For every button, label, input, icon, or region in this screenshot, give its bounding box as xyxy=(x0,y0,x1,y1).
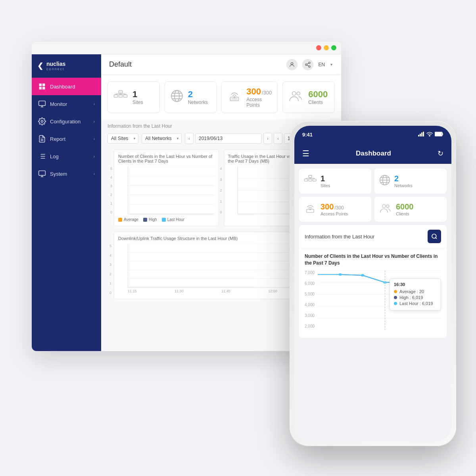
date-prev-button[interactable]: ‹ xyxy=(185,133,194,144)
svg-rect-0 xyxy=(39,84,42,86)
language-selector[interactable]: EN xyxy=(318,62,325,67)
logo-sub: connect xyxy=(46,67,65,71)
svg-rect-70 xyxy=(304,179,307,181)
minimize-button[interactable] xyxy=(324,45,329,50)
phone-chart-card: Number of Clients in the Last Hour vs Nu… xyxy=(299,248,447,338)
sites-icon xyxy=(113,90,128,104)
sidebar-item-system[interactable]: System › xyxy=(32,165,101,182)
share-icon[interactable] xyxy=(302,59,313,70)
svg-rect-72 xyxy=(313,179,316,181)
networks-select[interactable]: All Networks xyxy=(142,133,182,144)
ap-secondary: /300 xyxy=(262,90,272,96)
sidebar-item-label-report: Report xyxy=(50,136,65,142)
svg-rect-64 xyxy=(423,132,424,136)
log-icon xyxy=(38,152,46,160)
svg-point-22 xyxy=(309,65,310,67)
sidebar-item-log[interactable]: Log › xyxy=(32,148,101,165)
svg-rect-69 xyxy=(309,175,312,177)
sites-select[interactable]: All Sites xyxy=(107,133,138,144)
logo-name: nuclias xyxy=(46,61,65,67)
clients-label: Clients xyxy=(308,100,328,105)
stat-card-access-points: 300 /300 Access Points xyxy=(221,81,278,113)
user-icon[interactable] xyxy=(286,59,298,70)
phone-networks-value: 2 xyxy=(394,174,442,183)
sidebar-item-label-log: Log xyxy=(50,154,59,159)
lang-chevron: ▼ xyxy=(330,63,333,67)
phone-clients-label: Clients xyxy=(396,211,442,216)
main-header: Default EN ▼ xyxy=(101,54,341,75)
phone-nav-bar: ☰ Dashboard ↻ xyxy=(294,143,451,164)
clients-icon xyxy=(288,90,303,104)
phone-chart-tooltip: 16:30 Average : 20 High : 6,019 xyxy=(390,278,441,311)
sidebar-item-monitor[interactable]: Monitor › xyxy=(32,95,101,113)
phone-info-title: Information from the Last Hour xyxy=(305,234,374,240)
phone-outer: 9:41 xyxy=(290,121,456,446)
phone-stat-clients: 6000 Clients xyxy=(374,197,447,222)
phone-sites-icon xyxy=(304,175,317,187)
window-controls xyxy=(316,45,336,50)
date-input[interactable] xyxy=(195,133,262,144)
phone-content: 1 Sites xyxy=(294,164,451,441)
sidebar-item-dashboard[interactable]: Dashboard xyxy=(32,78,101,95)
tooltip-average: Average : 20 xyxy=(394,289,437,294)
chevron-right-icon-5: › xyxy=(94,172,95,176)
chevron-right-icon: › xyxy=(94,102,95,106)
phone-info-header: Information from the Last Hour xyxy=(299,225,447,248)
clients-value: 6000 xyxy=(308,89,328,100)
stat-info-ap: 300 /300 Access Points xyxy=(246,86,272,108)
phone-stat-info-clients: 6000 Clients xyxy=(396,202,442,216)
maximize-button[interactable] xyxy=(331,45,336,50)
stat-card-networks: 2 Networks xyxy=(165,81,217,113)
phone-ap-icon xyxy=(304,203,317,215)
svg-rect-28 xyxy=(124,95,127,97)
phone-inner: 9:41 xyxy=(294,126,451,441)
phone-stat-ap: 300 /300 Access Points xyxy=(299,197,371,222)
sidebar-item-report[interactable]: Report › xyxy=(32,130,101,148)
refresh-button[interactable]: ↻ xyxy=(438,149,443,158)
svg-point-83 xyxy=(310,209,311,210)
time-prev-button[interactable]: ‹ xyxy=(274,133,282,144)
stat-info-sites: 1 Sites xyxy=(132,89,143,105)
tooltip-high: High : 6,019 xyxy=(394,295,437,300)
svg-rect-27 xyxy=(119,95,123,97)
svg-rect-3 xyxy=(42,87,45,90)
svg-rect-4 xyxy=(39,101,46,106)
wifi-icon xyxy=(426,132,433,137)
svg-point-41 xyxy=(292,92,296,96)
chart-legend: Average High Last Hour xyxy=(118,217,215,222)
page-title: Default xyxy=(109,60,132,69)
ap-label: Access Points xyxy=(246,97,272,108)
phone-chart-area: 16:30 Average : 20 High : 6,019 xyxy=(318,271,441,330)
date-next-button[interactable]: › xyxy=(263,133,272,144)
phone-time: 9:41 xyxy=(302,132,313,138)
phone-stat-sites: 1 Sites xyxy=(299,169,371,194)
chart-clients-area xyxy=(128,167,215,214)
logo-icon: ❮ xyxy=(37,61,43,70)
scene: ❮ nuclias connect Dashboard xyxy=(20,30,456,446)
sites-select-wrap: All Sites xyxy=(107,133,138,144)
svg-point-7 xyxy=(41,121,43,123)
ap-value: 300 xyxy=(246,86,261,97)
svg-point-40 xyxy=(234,97,235,98)
search-button[interactable] xyxy=(428,230,441,243)
phone-clients-value: 6000 xyxy=(396,202,442,211)
legend-last-hour: Last Hour xyxy=(162,217,184,222)
chart-y-labels: 5 4 3 2 1 0 xyxy=(110,167,112,214)
monitor-icon xyxy=(38,100,46,108)
close-button[interactable] xyxy=(316,45,321,50)
chart-clients-title: Number of Clients in the Last Hour vs Nu… xyxy=(118,154,215,163)
legend-average: Average xyxy=(118,217,138,222)
hamburger-menu[interactable]: ☰ xyxy=(302,149,309,158)
sites-value: 1 xyxy=(132,89,143,100)
chevron-right-icon-2: › xyxy=(94,119,95,124)
svg-point-20 xyxy=(309,62,310,63)
svg-rect-1 xyxy=(42,84,45,86)
svg-point-86 xyxy=(432,234,436,238)
phone-stat-info-sites: 1 Sites xyxy=(321,174,367,188)
phone-ap-value: 300 xyxy=(321,202,334,211)
chart-clients: Number of Clients in the Last Hour vs Nu… xyxy=(114,150,219,226)
sidebar-item-configuration[interactable]: Configuration › xyxy=(32,113,101,130)
stat-info-networks: 2 Networks xyxy=(188,89,208,105)
stat-card-clients: 6000 Clients xyxy=(282,81,335,113)
networks-value: 2 xyxy=(188,89,208,100)
